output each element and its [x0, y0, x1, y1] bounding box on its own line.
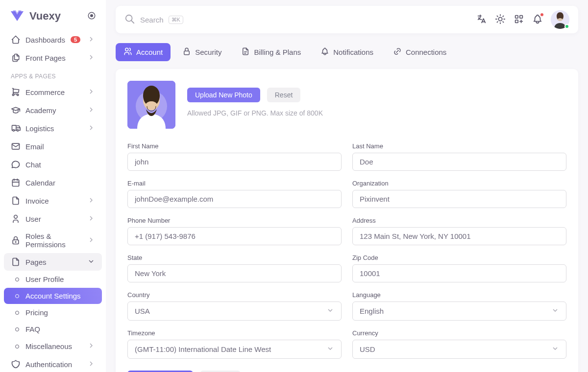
last-name-input[interactable] [352, 153, 566, 171]
nav-label: Academy [25, 106, 82, 115]
tab-connections[interactable]: Connections [385, 43, 454, 61]
chat-icon [11, 160, 21, 169]
phone-input[interactable] [127, 227, 342, 245]
sidebar-item-ecommerce[interactable]: Ecommerce [4, 83, 102, 101]
field-currency: Currency USD [352, 329, 566, 359]
sidebar-sub-account-settings[interactable]: Account Settings [4, 288, 102, 304]
sidebar-item-user[interactable]: User [4, 210, 102, 228]
tab-notifications[interactable]: Notifications [313, 43, 381, 61]
field-label: Currency [352, 329, 566, 337]
field-organization: Organization [352, 180, 566, 208]
tab-label: Notifications [333, 48, 373, 56]
tab-security[interactable]: Security [174, 43, 229, 61]
file-icon [241, 47, 250, 57]
field-last-name: Last Name [352, 142, 566, 171]
sidebar-item-email[interactable]: Email [4, 138, 102, 155]
link-icon [393, 47, 402, 57]
sidebar-item-chat[interactable]: Chat [4, 156, 102, 173]
nav-label: Logistics [25, 124, 82, 133]
badge-count: 5 [71, 36, 80, 43]
theme-icon[interactable] [495, 14, 506, 26]
zip-input[interactable] [352, 264, 566, 282]
brand[interactable]: Vuexy [4, 6, 102, 30]
main-content: Search ⌘K Account Security Billing & Pla… [106, 0, 588, 372]
search-icon [124, 14, 135, 26]
field-zip: Zip Code [352, 254, 566, 282]
tab-account[interactable]: Account [116, 43, 171, 61]
dot-icon [14, 293, 21, 300]
files-icon [11, 53, 21, 63]
home-icon [11, 35, 21, 45]
first-name-input[interactable] [127, 153, 342, 171]
search-input[interactable]: Search ⌘K [124, 14, 470, 26]
tab-billing[interactable]: Billing & Plans [233, 43, 309, 61]
chevron-down-icon [326, 306, 334, 316]
sidebar-item-logistics[interactable]: Logistics [4, 119, 102, 137]
tab-label: Connections [406, 48, 446, 56]
nav-label: Pages [25, 258, 82, 266]
sidebar-item-invoice[interactable]: Invoice [4, 192, 102, 209]
radio-target-icon[interactable] [87, 11, 96, 22]
chevron-right-icon [87, 35, 95, 45]
sidebar-item-calendar[interactable]: Calendar [4, 174, 102, 191]
apps-icon[interactable] [514, 14, 524, 26]
svg-rect-19 [515, 20, 518, 23]
nav-label: FAQ [25, 325, 40, 333]
language-icon[interactable] [476, 14, 487, 26]
email-input[interactable] [127, 190, 342, 208]
keyboard-shortcut: ⌘K [169, 16, 183, 24]
brand-logo-icon [10, 10, 24, 23]
state-input[interactable] [127, 264, 342, 282]
address-input[interactable] [352, 227, 566, 245]
sidebar-sub-pricing[interactable]: Pricing [4, 304, 102, 321]
file-icon [11, 196, 21, 206]
sidebar-sub-user-profile[interactable]: User Profile [4, 271, 102, 287]
chevron-down-icon [87, 257, 95, 267]
sidebar-item-pages[interactable]: Pages [4, 253, 102, 271]
status-online-dot [564, 24, 569, 29]
select-value: (GMT-11:00) International Date Line West [135, 345, 271, 353]
file-icon [11, 257, 21, 267]
language-select[interactable]: English [352, 302, 566, 321]
chevron-right-icon [87, 106, 95, 115]
sidebar-item-roles[interactable]: Roles & Permissions [4, 228, 102, 253]
chevron-right-icon [87, 214, 95, 224]
organization-input[interactable] [352, 190, 566, 208]
field-label: Country [127, 291, 342, 299]
nav-label: Account Settings [25, 292, 81, 300]
chevron-right-icon [87, 53, 95, 63]
tab-label: Security [195, 48, 221, 56]
currency-select[interactable]: USD [352, 340, 566, 359]
timezone-select[interactable]: (GMT-11:00) International Date Line West [127, 340, 342, 359]
nav-label: Authentication [25, 360, 82, 369]
svg-rect-18 [520, 15, 523, 18]
sidebar-item-authentication[interactable]: Authentication [4, 355, 102, 372]
calendar-icon [11, 178, 21, 187]
reset-photo-button[interactable]: Reset [267, 88, 301, 102]
field-phone: Phone Number [127, 217, 342, 245]
user-avatar[interactable] [551, 10, 569, 29]
shield-icon [11, 359, 21, 369]
nav-section-title: APPS & PAGES [4, 67, 102, 83]
chevron-down-icon [551, 345, 559, 354]
nav-label: Dashboards [25, 36, 66, 44]
profile-photo [127, 81, 175, 129]
upload-photo-button[interactable]: Upload New Photo [187, 88, 260, 102]
country-select[interactable]: USA [127, 302, 342, 321]
sidebar-item-academy[interactable]: Academy [4, 101, 102, 119]
brand-name: Vuexy [29, 10, 61, 23]
sidebar-sub-misc[interactable]: Miscellaneous [4, 338, 102, 355]
field-email: E-mail [127, 180, 342, 208]
sidebar-sub-faq[interactable]: FAQ [4, 321, 102, 337]
svg-point-1 [91, 14, 93, 17]
nav-label: User [25, 215, 82, 223]
svg-line-15 [131, 20, 134, 23]
sidebar-item-front-pages[interactable]: Front Pages [4, 49, 102, 67]
svg-rect-17 [515, 15, 518, 18]
select-value: English [360, 307, 384, 315]
notifications-icon[interactable] [532, 14, 543, 26]
nav-label: Chat [25, 161, 95, 169]
dot-icon [14, 343, 21, 350]
sidebar-item-dashboards[interactable]: Dashboards 5 [4, 31, 102, 48]
svg-point-16 [498, 17, 502, 21]
